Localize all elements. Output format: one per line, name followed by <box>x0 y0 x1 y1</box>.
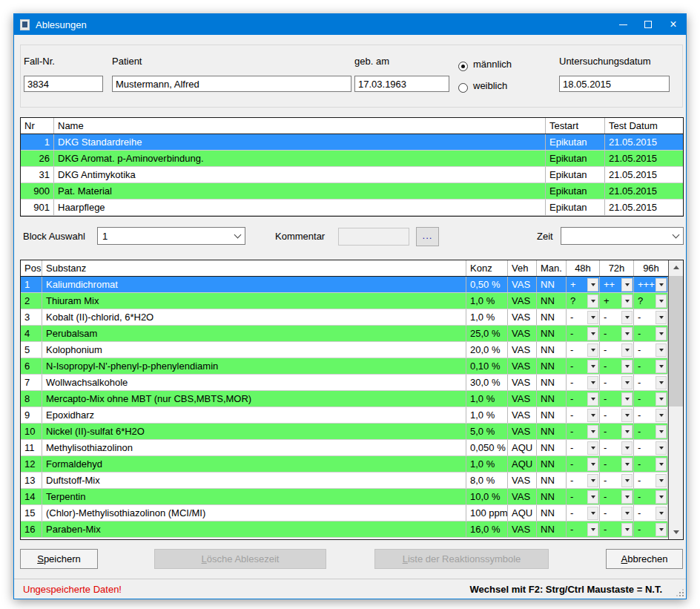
reaction-dropdown-button[interactable] <box>587 490 598 504</box>
loesche-ablesezeit-button[interactable]: Lösche Ablesezeit <box>154 549 326 569</box>
reaction-dropdown-button[interactable] <box>621 294 633 308</box>
table-row[interactable]: 4Perubalsam25,0 %VASNN--- <box>21 326 668 342</box>
reaction-dropdown-button[interactable] <box>621 278 633 292</box>
reaction-dropdown-button[interactable] <box>656 327 667 340</box>
reaction-dropdown-button[interactable] <box>587 360 598 373</box>
reaction-dropdown-button[interactable] <box>656 294 667 308</box>
table-row[interactable]: 1Kaliumdichromat0,50 %VASNN++++++ <box>21 277 668 293</box>
reaction-dropdown-button[interactable] <box>621 360 633 373</box>
reaction-dropdown-button[interactable] <box>621 474 633 487</box>
reaction-dropdown-button[interactable] <box>656 360 667 373</box>
fall-nr-input[interactable] <box>24 76 103 92</box>
reaction-dropdown-button[interactable] <box>587 441 598 455</box>
table-row[interactable]: 16Paraben-Mix16,0 %VASNN--- <box>21 521 668 538</box>
table-row[interactable]: 900Pat. MaterialEpikutan21.05.2015 <box>21 183 683 200</box>
table-row[interactable]: 7Wollwachsalkohole30,0 %VASNN--- <box>21 375 668 391</box>
reaction-dropdown-button[interactable] <box>656 278 667 292</box>
table-row[interactable]: 10Nickel (II)-sulfat 6*H2O5,0 %VASNN--- <box>21 424 668 440</box>
reaction-dropdown-button[interactable] <box>587 343 598 357</box>
reaction-dropdown-button[interactable] <box>621 425 633 438</box>
reaction-dropdown-button[interactable] <box>621 490 633 504</box>
table-row[interactable]: 3Kobalt (II)-chlorid, 6*H2O1,0 %VASNN--- <box>21 309 668 326</box>
table-row[interactable]: 31DKG AntimykotikaEpikutan21.05.2015 <box>21 167 683 183</box>
table-row[interactable]: 15(Chlor)-Methylisothiazolinon (MCI/MI)1… <box>21 505 668 521</box>
kommentar-more-button[interactable]: ... <box>416 227 439 246</box>
table-row[interactable]: 6N-Isopropyl-N'-phenyl-p-phenylendiamin0… <box>21 358 668 375</box>
dropdown-arrow-icon <box>659 512 664 515</box>
reaction-dropdown-button[interactable] <box>656 523 667 536</box>
reaction-dropdown-button[interactable] <box>621 523 633 536</box>
reaction-dropdown-button[interactable] <box>587 425 598 438</box>
veh-cell: VAS <box>508 489 537 504</box>
reaction-dropdown-button[interactable] <box>621 507 633 520</box>
table-row[interactable]: 14Terpentin10,0 %VASNN--- <box>21 489 668 505</box>
patient-input[interactable] <box>112 76 351 92</box>
scroll-up-button[interactable] <box>669 260 683 274</box>
reaction-dropdown-button[interactable] <box>621 409 633 422</box>
abbrechen-button[interactable]: Abbrechen <box>606 549 683 569</box>
reaction-dropdown-button[interactable] <box>621 327 633 340</box>
close-button[interactable]: × <box>661 14 686 35</box>
reaction-dropdown-button[interactable] <box>656 311 667 324</box>
reaction-dropdown-button[interactable] <box>656 441 667 455</box>
table-row[interactable]: 901HaarpflegeEpikutan21.05.2015 <box>21 200 683 216</box>
reaction-dropdown-button[interactable] <box>621 376 633 389</box>
reaction-96h-cell: +++ <box>634 277 668 292</box>
scroll-down-button[interactable] <box>669 525 683 539</box>
reaction-dropdown-button[interactable] <box>587 523 598 536</box>
reaction-dropdown-button[interactable] <box>587 392 598 406</box>
reaction-dropdown-button[interactable] <box>656 474 667 487</box>
dropdown-arrow-icon <box>625 512 630 515</box>
reaction-dropdown-button[interactable] <box>587 294 598 308</box>
table-row[interactable]: 1DKG StandardreiheEpikutan21.05.2015 <box>21 134 683 151</box>
reaction-dropdown-button[interactable] <box>621 458 633 471</box>
reaction-dropdown-button[interactable] <box>621 343 633 357</box>
zeit-combobox[interactable] <box>561 227 684 245</box>
table-row[interactable]: 9Epoxidharz1,0 %VASNN--- <box>21 407 668 424</box>
reaction-dropdown-button[interactable] <box>621 441 633 455</box>
table-row[interactable]: 13Duftstoff-Mix8,0 %VASNN--- <box>21 473 668 489</box>
reaction-dropdown-button[interactable] <box>587 409 598 422</box>
reaction-dropdown-button[interactable] <box>656 376 667 389</box>
reaction-dropdown-button[interactable] <box>656 409 667 422</box>
table-row[interactable]: 26DKG Aromat. p-Aminoverbindung.Epikutan… <box>21 151 683 167</box>
resize-grip-icon[interactable] <box>676 589 684 596</box>
reaction-dropdown-button[interactable] <box>656 425 667 438</box>
speichern-button[interactable]: Speichern <box>20 549 98 569</box>
untersuchungsdatum-input[interactable] <box>559 76 670 92</box>
reaction-dropdown-button[interactable] <box>656 458 667 471</box>
scrollbar-thumb[interactable] <box>669 276 683 406</box>
liste-reaktionssymbole-button[interactable]: Liste der Reaktionssymbole <box>374 549 549 569</box>
patient-label: Patient <box>112 56 351 67</box>
table-row[interactable]: 12Formaldehyd1,0 %AQUNN--- <box>21 456 668 473</box>
reaction-dropdown-button[interactable] <box>587 278 598 292</box>
reaction-dropdown-button[interactable] <box>587 376 598 389</box>
gender-option-weiblich[interactable]: weiblich <box>458 80 547 96</box>
gender-option-männlich[interactable]: männlich <box>458 59 547 74</box>
substances-scrollbar[interactable] <box>668 260 683 539</box>
block-auswahl-combobox[interactable]: 1 <box>97 227 245 245</box>
reaction-dropdown-button[interactable] <box>656 490 667 504</box>
reaction-dropdown-button[interactable] <box>587 311 598 324</box>
reaction-dropdown-button[interactable] <box>621 311 633 324</box>
reaction-dropdown-button[interactable] <box>656 343 667 357</box>
test-testart-cell: Epikutan <box>546 200 605 215</box>
dropdown-arrow-icon <box>591 463 595 466</box>
table-row[interactable]: 11Methylisothiazolinon0,050 %AQUNN--- <box>21 440 668 456</box>
table-row[interactable]: 5Kolophonium20,0 %VASNN--- <box>21 342 668 358</box>
reaction-dropdown-button[interactable] <box>656 392 667 406</box>
minimize-button[interactable] <box>610 14 635 35</box>
reaction-dropdown-button[interactable] <box>621 392 633 406</box>
geb-am-input[interactable] <box>354 76 449 92</box>
pos-cell: 4 <box>21 326 42 341</box>
table-row[interactable]: 8Mercapto-Mix ohne MBT (nur CBS,MBTS,MOR… <box>21 391 668 407</box>
maximize-button[interactable] <box>635 14 661 35</box>
kommentar-input[interactable] <box>338 228 409 246</box>
reaction-dropdown-button[interactable] <box>587 474 598 487</box>
reaction-dropdown-button[interactable] <box>587 507 598 520</box>
table-row[interactable]: 2Thiuram Mix1,0 %VASNN?+? <box>21 293 668 309</box>
reaction-dropdown-button[interactable] <box>656 507 667 520</box>
reaction-dropdown-button[interactable] <box>587 327 598 340</box>
reaction-dropdown-button[interactable] <box>587 458 598 471</box>
titlebar[interactable]: Ablesungen × <box>14 14 686 35</box>
